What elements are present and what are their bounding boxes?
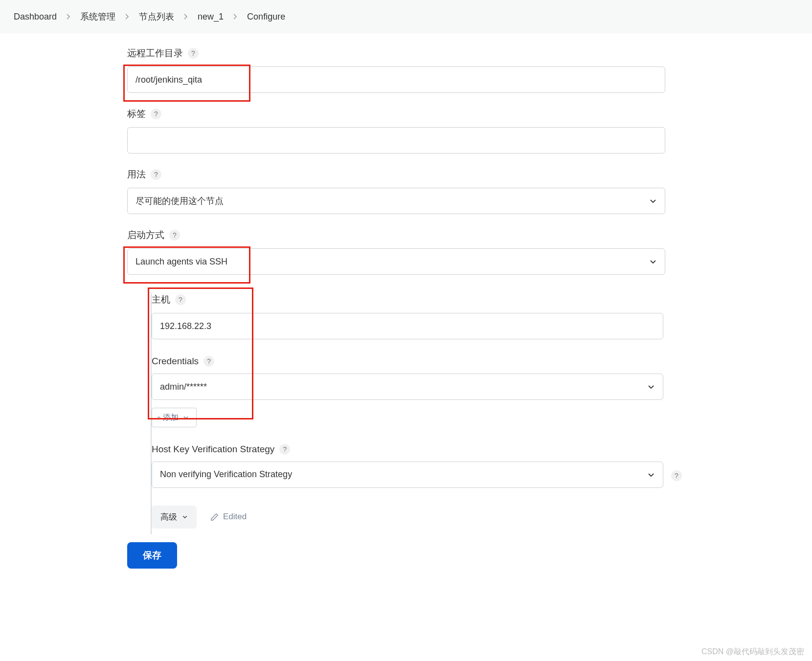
edited-indicator: Edited xyxy=(210,512,247,522)
help-icon[interactable]: ? xyxy=(175,294,186,305)
breadcrumb-item-configure[interactable]: Configure xyxy=(247,12,285,22)
label-launch: 启动方式 xyxy=(127,229,164,242)
pencil-icon xyxy=(210,512,219,521)
form-group-host-key: Host Key Verification Strategy ? Non ver… xyxy=(152,444,663,488)
add-button-label: 添加 xyxy=(163,413,179,422)
form-group-labels: 标签 ? xyxy=(127,108,665,154)
advanced-row: 高级 Edited xyxy=(152,506,663,534)
help-icon[interactable]: ? xyxy=(188,48,199,59)
credentials-selected-value: admin/****** xyxy=(160,382,207,392)
breadcrumb-item-system[interactable]: 系统管理 xyxy=(80,11,115,22)
breadcrumb: Dashboard 系统管理 节点列表 new_1 Configure xyxy=(0,0,812,33)
edited-label: Edited xyxy=(223,512,247,522)
chevron-right-icon xyxy=(67,14,70,20)
label-usage: 用法 xyxy=(127,168,146,181)
breadcrumb-item-nodes[interactable]: 节点列表 xyxy=(139,11,174,22)
form-group-credentials: Credentials ? admin/****** + 添加 xyxy=(152,356,663,427)
help-icon[interactable]: ? xyxy=(203,356,214,367)
remote-dir-input[interactable] xyxy=(127,66,665,93)
chevron-down-icon xyxy=(649,258,657,265)
host-input[interactable] xyxy=(152,313,663,339)
label-labels: 标签 xyxy=(127,108,146,120)
chevron-down-icon xyxy=(647,471,655,479)
usage-select[interactable]: 尽可能的使用这个节点 xyxy=(127,188,665,214)
advanced-button-label: 高级 xyxy=(160,511,177,523)
breadcrumb-item-dashboard[interactable]: Dashboard xyxy=(14,12,57,22)
chevron-right-icon xyxy=(233,14,237,20)
chevron-down-icon xyxy=(182,514,188,520)
label-host-key: Host Key Verification Strategy xyxy=(152,444,274,455)
form-group-usage: 用法 ? 尽可能的使用这个节点 xyxy=(127,168,665,214)
form-group-host: 主机 ? xyxy=(152,293,663,339)
chevron-down-icon xyxy=(647,383,655,391)
label-host: 主机 xyxy=(152,293,170,306)
help-icon[interactable]: ? xyxy=(151,169,161,180)
host-key-select[interactable]: Non verifying Verification Strategy xyxy=(152,462,663,488)
add-credentials-button[interactable]: + 添加 xyxy=(152,408,197,427)
chevron-right-icon xyxy=(125,14,129,20)
chevron-right-icon xyxy=(184,14,188,20)
launch-select[interactable]: Launch agents via SSH xyxy=(127,248,665,275)
chevron-down-icon xyxy=(649,197,657,205)
usage-selected-value: 尽可能的使用这个节点 xyxy=(135,195,224,207)
label-remote-dir: 远程工作目录 xyxy=(127,47,183,60)
help-icon[interactable]: ? xyxy=(151,109,161,119)
credentials-select[interactable]: admin/****** xyxy=(152,374,663,400)
form-group-remote-dir: 远程工作目录 ? xyxy=(127,47,665,93)
labels-input[interactable] xyxy=(127,127,665,154)
launch-ssh-subsection: 主机 ? Credentials ? admin/****** + 添加 xyxy=(151,293,663,534)
launch-selected-value: Launch agents via SSH xyxy=(135,257,227,267)
host-key-selected-value: Non verifying Verification Strategy xyxy=(160,469,292,480)
help-icon[interactable]: ? xyxy=(169,230,180,241)
plus-icon: + xyxy=(157,414,161,421)
label-credentials: Credentials xyxy=(152,356,199,367)
help-icon[interactable]: ? xyxy=(279,444,290,455)
chevron-down-icon xyxy=(183,415,188,420)
form-group-launch: 启动方式 ? Launch agents via SSH xyxy=(127,229,665,275)
save-button[interactable]: 保存 xyxy=(127,542,177,569)
help-icon[interactable]: ? xyxy=(671,470,682,481)
breadcrumb-item-node-name[interactable]: new_1 xyxy=(198,12,224,22)
advanced-button[interactable]: 高级 xyxy=(152,506,197,529)
